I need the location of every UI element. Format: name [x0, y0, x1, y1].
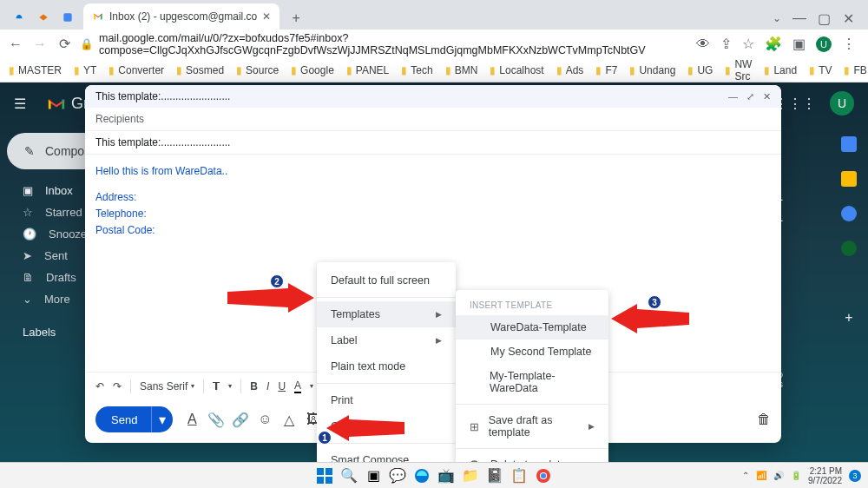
- recipients-field[interactable]: Recipients: [85, 108, 781, 131]
- start-button[interactable]: [315, 466, 334, 485]
- draft-icon: 🗎: [23, 271, 34, 284]
- link-icon[interactable]: 🔗: [233, 412, 247, 428]
- task-view-icon[interactable]: ▣: [364, 466, 383, 485]
- save-draft-template[interactable]: ⊞Save draft as template▶: [456, 408, 608, 445]
- bookmark-item[interactable]: ▮Converter: [108, 64, 164, 76]
- underline-icon[interactable]: U: [278, 380, 286, 392]
- template-second[interactable]: My Second Template: [456, 340, 608, 364]
- attach-icon[interactable]: 📎: [209, 412, 223, 428]
- templates-submenu: Insert Template WareData-Template My Sec…: [456, 290, 608, 482]
- menu-plain-text[interactable]: Plain text mode: [317, 353, 456, 379]
- send-button[interactable]: Send ▾: [95, 406, 173, 432]
- notification-badge[interactable]: 3: [849, 470, 861, 482]
- star-icon[interactable]: ☆: [742, 36, 754, 52]
- chevron-down-icon[interactable]: ⌄: [773, 12, 781, 24]
- edge-icon[interactable]: [412, 466, 431, 485]
- contacts-icon[interactable]: [841, 241, 857, 256]
- active-tab[interactable]: Inbox (2) - upgescom@gmail.co ✕: [83, 3, 279, 30]
- search-taskbar-icon[interactable]: 🔍: [339, 466, 358, 485]
- compose-titlebar[interactable]: This template:........................ —…: [85, 85, 781, 108]
- explorer-icon[interactable]: 📁: [461, 466, 480, 485]
- bookmark-item[interactable]: ▮TV: [809, 64, 832, 76]
- bookmark-item[interactable]: ▮YT: [74, 64, 96, 76]
- bookmark-item[interactable]: ▮Google: [291, 64, 334, 76]
- template-mywaredata[interactable]: My-Template-WareData: [456, 364, 608, 400]
- address-bar[interactable]: 🔒 mail.google.com/mail/u/0/?zx=bofxudos7…: [80, 32, 689, 56]
- drive-icon[interactable]: △: [282, 412, 296, 428]
- discard-draft-icon[interactable]: 🗑: [757, 412, 771, 427]
- calendar-icon[interactable]: [841, 136, 857, 152]
- chrome-icon[interactable]: [534, 466, 553, 485]
- account-avatar[interactable]: U: [830, 91, 854, 115]
- gmail-favicon: [92, 10, 104, 23]
- bookmark-item[interactable]: ▮Localhost: [490, 64, 543, 76]
- chrome-menu-icon[interactable]: ⋮: [842, 36, 856, 52]
- font-size-icon[interactable]: 𝗧: [213, 380, 220, 392]
- bookmark-item[interactable]: ▮Source: [236, 64, 279, 76]
- menu-default-fullscreen[interactable]: Default to full screen: [317, 267, 456, 293]
- emoji-icon[interactable]: ☺: [258, 412, 272, 427]
- font-select[interactable]: Sans Serif▾: [140, 380, 194, 392]
- subject-field[interactable]: This template:........................: [85, 131, 781, 155]
- wifi-icon[interactable]: 📶: [756, 471, 766, 480]
- bookmark-item[interactable]: ▮PANEL: [346, 64, 389, 76]
- undo-icon[interactable]: ↶: [95, 380, 104, 392]
- menu-label[interactable]: Label▶: [317, 327, 456, 353]
- window-maximize[interactable]: ▢: [818, 12, 830, 24]
- bookmark-item[interactable]: ▮Undang: [629, 64, 675, 76]
- minimize-icon[interactable]: —: [728, 91, 738, 102]
- clock[interactable]: 2:21 PM 9/7/2022: [808, 466, 842, 485]
- svg-rect-4: [317, 468, 324, 475]
- bookmark-item[interactable]: ▮FB: [844, 64, 866, 76]
- redo-icon[interactable]: ↷: [113, 380, 122, 392]
- extensions-icon[interactable]: 🧩: [765, 36, 782, 52]
- app-icon-2[interactable]: 📋: [510, 466, 529, 485]
- italic-icon[interactable]: I: [266, 380, 269, 392]
- template-waredata[interactable]: WareData-Template: [456, 315, 608, 340]
- bookmark-item[interactable]: ▮MASTER: [9, 64, 62, 76]
- folder-icon: ▮: [629, 64, 635, 76]
- forward-button[interactable]: →: [31, 36, 49, 52]
- eye-icon[interactable]: 👁: [696, 36, 710, 52]
- send-options-icon[interactable]: ▾: [151, 406, 173, 432]
- pinned-tab-1[interactable]: [9, 5, 30, 30]
- volume-icon[interactable]: 🔊: [773, 471, 784, 480]
- back-button[interactable]: ←: [7, 36, 24, 52]
- chat-icon[interactable]: 💬: [388, 466, 407, 485]
- format-icon[interactable]: A: [185, 412, 199, 427]
- new-tab-button[interactable]: +: [285, 7, 307, 30]
- keep-icon[interactable]: [841, 171, 857, 187]
- pinned-tab-2[interactable]: [33, 5, 54, 30]
- main-menu-icon[interactable]: ☰: [14, 96, 26, 112]
- tray-chevron-icon[interactable]: ⌃: [742, 471, 749, 480]
- bold-icon[interactable]: B: [250, 380, 258, 392]
- reload-button[interactable]: ⟳: [56, 36, 73, 52]
- bookmark-item[interactable]: ▮Ads: [556, 64, 584, 76]
- menu-check-spelling[interactable]: Check spelling: [317, 413, 456, 439]
- bookmark-item[interactable]: ▮Sosmed: [176, 64, 224, 76]
- app-icon[interactable]: 📺: [437, 466, 456, 485]
- tasks-icon[interactable]: [841, 206, 857, 221]
- pinned-tab-3[interactable]: [57, 5, 78, 30]
- tab-close-icon[interactable]: ✕: [262, 10, 271, 23]
- text-color-icon[interactable]: A: [294, 379, 301, 393]
- battery-icon[interactable]: 🔋: [791, 471, 801, 480]
- bookmark-item[interactable]: ▮Tech: [401, 64, 432, 76]
- window-controls: ⌄ — ▢ ✕: [773, 12, 868, 30]
- notepad-icon[interactable]: 📓: [485, 466, 504, 485]
- add-panel-icon[interactable]: +: [845, 310, 852, 326]
- close-icon[interactable]: ✕: [763, 91, 771, 102]
- menu-templates[interactable]: Templates▶: [317, 301, 456, 327]
- window-minimize[interactable]: —: [793, 12, 806, 24]
- popout-icon[interactable]: ⤢: [746, 91, 754, 102]
- menu-print[interactable]: Print: [317, 387, 456, 413]
- share-icon[interactable]: ⇪: [720, 36, 732, 52]
- bookmark-item[interactable]: ▮Land: [764, 64, 797, 76]
- bookmark-item[interactable]: ▮NW Src: [725, 58, 752, 82]
- bookmark-item[interactable]: ▮UG: [687, 64, 713, 76]
- bookmark-item[interactable]: ▮BMN: [445, 64, 478, 76]
- bookmark-item[interactable]: ▮F7: [595, 64, 617, 76]
- window-close[interactable]: ✕: [842, 12, 854, 24]
- profile-avatar[interactable]: U: [816, 36, 832, 52]
- side-panel-icon[interactable]: ▣: [792, 36, 806, 52]
